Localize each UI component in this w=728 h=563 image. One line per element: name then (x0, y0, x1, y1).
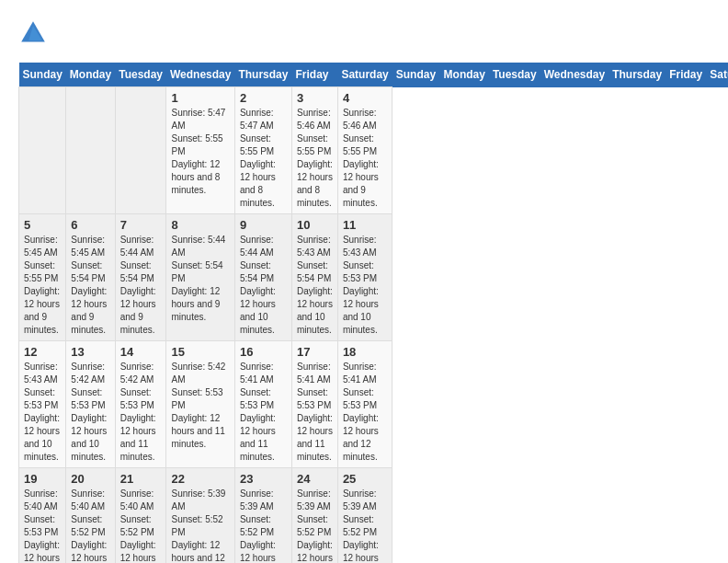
calendar-cell: 13 Sunrise: 5:42 AMSunset: 5:53 PMDaylig… (66, 341, 115, 468)
calendar-cell: 6 Sunrise: 5:45 AMSunset: 5:54 PMDayligh… (66, 214, 115, 341)
day-number: 14 (120, 345, 162, 359)
day-info: Sunrise: 5:40 AMSunset: 5:53 PMDaylight:… (24, 488, 61, 563)
day-info: Sunrise: 5:39 AMSunset: 5:52 PMDaylight:… (297, 488, 333, 563)
day-header-wednesday: Wednesday (166, 63, 234, 87)
calendar-cell: 18 Sunrise: 5:41 AMSunset: 5:53 PMDaylig… (337, 341, 392, 468)
day-number: 12 (24, 345, 61, 359)
day-header-sunday: Sunday (392, 63, 440, 87)
calendar-cell: 7 Sunrise: 5:44 AMSunset: 5:54 PMDayligh… (115, 214, 166, 341)
calendar-week-row: 12 Sunrise: 5:43 AMSunset: 5:53 PMDaylig… (19, 341, 729, 468)
day-info: Sunrise: 5:40 AMSunset: 5:52 PMDaylight:… (120, 488, 162, 563)
day-info: Sunrise: 5:42 AMSunset: 5:53 PMDaylight:… (120, 361, 162, 464)
day-number: 4 (343, 91, 387, 105)
calendar-week-row: 19 Sunrise: 5:40 AMSunset: 5:53 PMDaylig… (19, 468, 729, 564)
day-number: 21 (120, 472, 162, 486)
day-header-friday: Friday (291, 63, 337, 87)
day-info: Sunrise: 5:41 AMSunset: 5:53 PMDaylight:… (240, 361, 287, 464)
calendar-cell: 24 Sunrise: 5:39 AMSunset: 5:52 PMDaylig… (291, 468, 337, 564)
calendar-cell: 21 Sunrise: 5:40 AMSunset: 5:52 PMDaylig… (115, 468, 166, 564)
day-info: Sunrise: 5:46 AMSunset: 5:55 PMDaylight:… (297, 107, 333, 210)
calendar-cell: 15 Sunrise: 5:42 AMSunset: 5:53 PMDaylig… (166, 341, 234, 468)
day-number: 13 (71, 345, 109, 359)
calendar-cell: 19 Sunrise: 5:40 AMSunset: 5:53 PMDaylig… (19, 468, 66, 564)
day-header-thursday: Thursday (234, 63, 291, 87)
calendar-cell: 25 Sunrise: 5:39 AMSunset: 5:52 PMDaylig… (337, 468, 392, 564)
day-info: Sunrise: 5:39 AMSunset: 5:52 PMDaylight:… (343, 488, 387, 563)
calendar-cell (66, 87, 115, 214)
day-number: 23 (240, 472, 287, 486)
day-header-saturday: Saturday (337, 63, 392, 87)
day-header-tuesday: Tuesday (115, 63, 166, 87)
day-info: Sunrise: 5:43 AMSunset: 5:53 PMDaylight:… (343, 234, 387, 337)
calendar-week-row: 5 Sunrise: 5:45 AMSunset: 5:55 PMDayligh… (19, 214, 729, 341)
day-number: 16 (240, 345, 287, 359)
day-number: 8 (171, 218, 229, 232)
day-info: Sunrise: 5:47 AMSunset: 5:55 PMDaylight:… (240, 107, 287, 210)
day-info: Sunrise: 5:44 AMSunset: 5:54 PMDaylight:… (240, 234, 287, 337)
logo-icon (18, 18, 48, 48)
calendar-cell: 10 Sunrise: 5:43 AMSunset: 5:54 PMDaylig… (291, 214, 337, 341)
day-info: Sunrise: 5:45 AMSunset: 5:54 PMDaylight:… (71, 234, 109, 337)
calendar-week-row: 1 Sunrise: 5:47 AMSunset: 5:55 PMDayligh… (19, 87, 729, 214)
day-header-wednesday: Wednesday (540, 63, 609, 87)
day-header-monday: Monday (66, 63, 115, 87)
calendar-cell: 2 Sunrise: 5:47 AMSunset: 5:55 PMDayligh… (234, 87, 291, 214)
day-header-friday: Friday (665, 63, 706, 87)
day-info: Sunrise: 5:39 AMSunset: 5:52 PMDaylight:… (240, 488, 287, 563)
calendar-cell: 20 Sunrise: 5:40 AMSunset: 5:52 PMDaylig… (66, 468, 115, 564)
calendar-cell: 23 Sunrise: 5:39 AMSunset: 5:52 PMDaylig… (234, 468, 291, 564)
day-info: Sunrise: 5:42 AMSunset: 5:53 PMDaylight:… (71, 361, 109, 464)
day-info: Sunrise: 5:46 AMSunset: 5:55 PMDaylight:… (343, 107, 387, 210)
calendar-cell: 1 Sunrise: 5:47 AMSunset: 5:55 PMDayligh… (166, 87, 234, 214)
calendar-cell: 16 Sunrise: 5:41 AMSunset: 5:53 PMDaylig… (234, 341, 291, 468)
day-number: 6 (71, 218, 109, 232)
day-number: 17 (297, 345, 333, 359)
day-number: 19 (24, 472, 61, 486)
calendar-table: SundayMondayTuesdayWednesdayThursdayFrid… (18, 63, 728, 563)
day-number: 15 (171, 345, 229, 359)
day-header-saturday: Saturday (706, 63, 728, 87)
calendar-header-row: SundayMondayTuesdayWednesdayThursdayFrid… (19, 63, 729, 87)
day-info: Sunrise: 5:40 AMSunset: 5:52 PMDaylight:… (71, 488, 109, 563)
day-number: 11 (343, 218, 387, 232)
day-info: Sunrise: 5:41 AMSunset: 5:53 PMDaylight:… (297, 361, 333, 464)
day-header-sunday: Sunday (19, 63, 66, 87)
calendar-cell: 8 Sunrise: 5:44 AMSunset: 5:54 PMDayligh… (166, 214, 234, 341)
calendar-cell: 14 Sunrise: 5:42 AMSunset: 5:53 PMDaylig… (115, 341, 166, 468)
calendar-cell: 3 Sunrise: 5:46 AMSunset: 5:55 PMDayligh… (291, 87, 337, 214)
calendar-cell: 5 Sunrise: 5:45 AMSunset: 5:55 PMDayligh… (19, 214, 66, 341)
page-header (18, 18, 710, 48)
calendar-cell: 11 Sunrise: 5:43 AMSunset: 5:53 PMDaylig… (337, 214, 392, 341)
day-info: Sunrise: 5:44 AMSunset: 5:54 PMDaylight:… (171, 234, 229, 324)
day-number: 18 (343, 345, 387, 359)
calendar-cell: 22 Sunrise: 5:39 AMSunset: 5:52 PMDaylig… (166, 468, 234, 564)
day-info: Sunrise: 5:39 AMSunset: 5:52 PMDaylight:… (171, 488, 229, 563)
calendar-cell: 12 Sunrise: 5:43 AMSunset: 5:53 PMDaylig… (19, 341, 66, 468)
day-number: 22 (171, 472, 229, 486)
day-number: 1 (171, 91, 229, 105)
day-info: Sunrise: 5:45 AMSunset: 5:55 PMDaylight:… (24, 234, 61, 337)
calendar-cell: 4 Sunrise: 5:46 AMSunset: 5:55 PMDayligh… (337, 87, 392, 214)
calendar-cell: 9 Sunrise: 5:44 AMSunset: 5:54 PMDayligh… (234, 214, 291, 341)
calendar-cell: 17 Sunrise: 5:41 AMSunset: 5:53 PMDaylig… (291, 341, 337, 468)
calendar-cell (19, 87, 66, 214)
day-number: 24 (297, 472, 333, 486)
day-info: Sunrise: 5:43 AMSunset: 5:54 PMDaylight:… (297, 234, 333, 337)
logo (18, 18, 51, 48)
calendar-cell (115, 87, 166, 214)
day-info: Sunrise: 5:41 AMSunset: 5:53 PMDaylight:… (343, 361, 387, 464)
day-number: 5 (24, 218, 61, 232)
day-number: 20 (71, 472, 109, 486)
day-info: Sunrise: 5:47 AMSunset: 5:55 PMDaylight:… (171, 107, 229, 197)
day-number: 9 (240, 218, 287, 232)
day-info: Sunrise: 5:43 AMSunset: 5:53 PMDaylight:… (24, 361, 61, 464)
day-number: 3 (297, 91, 333, 105)
day-info: Sunrise: 5:44 AMSunset: 5:54 PMDaylight:… (120, 234, 162, 337)
day-header-tuesday: Tuesday (489, 63, 540, 87)
day-number: 7 (120, 218, 162, 232)
day-number: 10 (297, 218, 333, 232)
day-header-thursday: Thursday (609, 63, 665, 87)
day-number: 2 (240, 91, 287, 105)
day-info: Sunrise: 5:42 AMSunset: 5:53 PMDaylight:… (171, 361, 229, 451)
day-header-monday: Monday (440, 63, 489, 87)
